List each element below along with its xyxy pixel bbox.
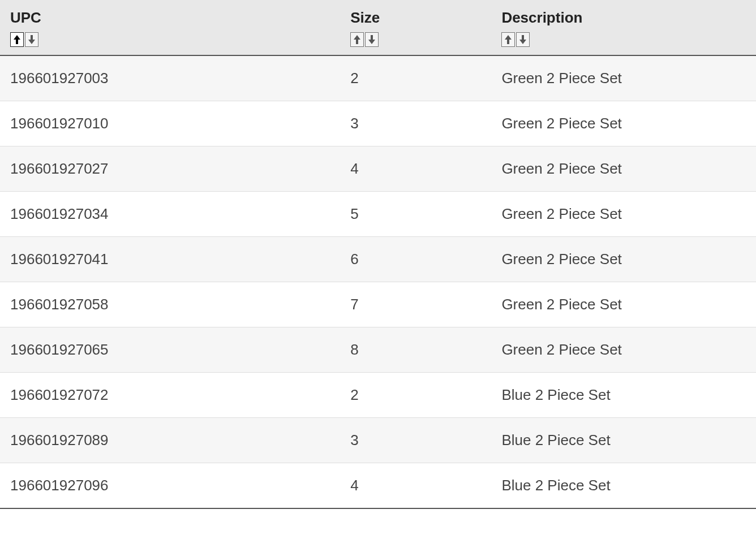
- cell-size: 2: [340, 373, 491, 418]
- sort-controls-upc: [10, 32, 330, 47]
- sort-controls-description: [501, 32, 746, 47]
- table-row: 1966019270964Blue 2 Piece Set: [0, 463, 756, 509]
- cell-description: Blue 2 Piece Set: [491, 373, 756, 418]
- cell-description: Green 2 Piece Set: [491, 192, 756, 237]
- column-header-description: Description: [491, 0, 756, 55]
- table-row: 1966019270032Green 2 Piece Set: [0, 55, 756, 101]
- cell-upc: 196601927041: [0, 237, 340, 282]
- cell-upc: 196601927003: [0, 55, 340, 101]
- cell-upc: 196601927058: [0, 282, 340, 327]
- sort-desc-button-size[interactable]: [365, 32, 379, 47]
- table-header-row: UPC Size: [0, 0, 756, 55]
- cell-description: Blue 2 Piece Set: [491, 463, 756, 509]
- table-row: 1966019270587Green 2 Piece Set: [0, 282, 756, 327]
- table-body: 1966019270032Green 2 Piece Set1966019270…: [0, 55, 756, 508]
- arrow-up-icon: [504, 34, 512, 45]
- cell-description: Green 2 Piece Set: [491, 237, 756, 282]
- cell-size: 3: [340, 418, 491, 463]
- column-label: Description: [501, 9, 746, 27]
- sort-asc-button-size[interactable]: [350, 32, 364, 47]
- cell-size: 6: [340, 237, 491, 282]
- cell-size: 8: [340, 327, 491, 373]
- sort-asc-button-upc[interactable]: [10, 32, 24, 47]
- arrow-up-icon: [13, 34, 21, 45]
- sort-desc-button-description[interactable]: [516, 32, 530, 47]
- table-row: 1966019270416Green 2 Piece Set: [0, 237, 756, 282]
- cell-upc: 196601927096: [0, 463, 340, 509]
- cell-description: Green 2 Piece Set: [491, 146, 756, 192]
- cell-description: Blue 2 Piece Set: [491, 418, 756, 463]
- cell-upc: 196601927072: [0, 373, 340, 418]
- cell-description: Green 2 Piece Set: [491, 55, 756, 101]
- column-label: UPC: [10, 9, 330, 27]
- cell-size: 4: [340, 463, 491, 509]
- sort-asc-button-description[interactable]: [501, 32, 515, 47]
- column-header-upc: UPC: [0, 0, 340, 55]
- data-table-container: UPC Size: [0, 0, 756, 509]
- column-header-size: Size: [340, 0, 491, 55]
- arrow-down-icon: [519, 34, 527, 45]
- table-row: 1966019270103Green 2 Piece Set: [0, 101, 756, 146]
- cell-upc: 196601927065: [0, 327, 340, 373]
- cell-size: 5: [340, 192, 491, 237]
- cell-description: Green 2 Piece Set: [491, 282, 756, 327]
- table-header: UPC Size: [0, 0, 756, 55]
- cell-upc: 196601927034: [0, 192, 340, 237]
- arrow-up-icon: [353, 34, 361, 45]
- table-row: 1966019270893Blue 2 Piece Set: [0, 418, 756, 463]
- sort-desc-button-upc[interactable]: [25, 32, 38, 47]
- cell-size: 4: [340, 146, 491, 192]
- table-row: 1966019270658Green 2 Piece Set: [0, 327, 756, 373]
- column-label: Size: [350, 9, 481, 27]
- cell-upc: 196601927027: [0, 146, 340, 192]
- cell-upc: 196601927089: [0, 418, 340, 463]
- arrow-down-icon: [368, 34, 376, 45]
- data-table: UPC Size: [0, 0, 756, 509]
- cell-size: 3: [340, 101, 491, 146]
- cell-size: 2: [340, 55, 491, 101]
- cell-description: Green 2 Piece Set: [491, 101, 756, 146]
- table-row: 1966019270274Green 2 Piece Set: [0, 146, 756, 192]
- cell-description: Green 2 Piece Set: [491, 327, 756, 373]
- cell-size: 7: [340, 282, 491, 327]
- table-row: 1966019270345Green 2 Piece Set: [0, 192, 756, 237]
- sort-controls-size: [350, 32, 481, 47]
- table-row: 1966019270722Blue 2 Piece Set: [0, 373, 756, 418]
- cell-upc: 196601927010: [0, 101, 340, 146]
- arrow-down-icon: [28, 34, 36, 45]
